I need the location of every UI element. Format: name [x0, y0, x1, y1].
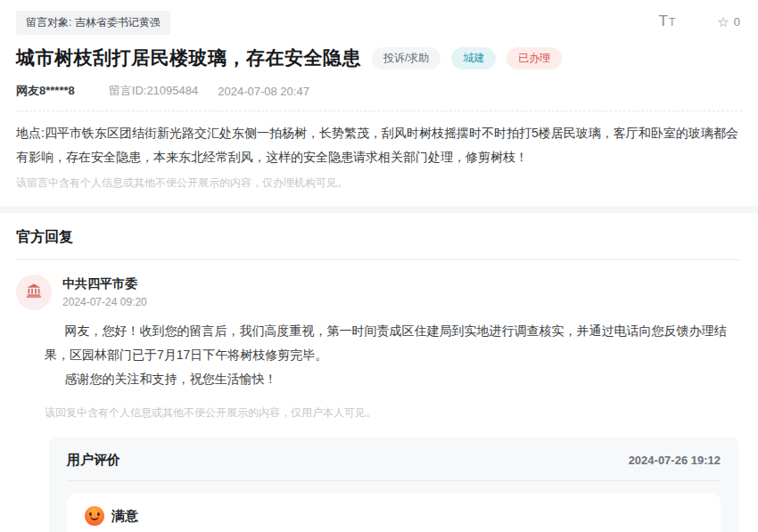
- message-privacy-note: 该留言中含有个人信息或其他不便公开展示的内容，仅办理机构可见。: [16, 176, 742, 191]
- overall-rating-label: 满意: [111, 508, 138, 525]
- message-id: 留言ID:21095484: [109, 83, 198, 99]
- government-building-icon: [25, 282, 43, 303]
- message-target-tag: 留言对象: 吉林省委书记黄强: [16, 11, 170, 35]
- reply-time: 2024-07-24 09:20: [62, 296, 147, 308]
- official-reply-section: 官方回复 中共四平市委 2024-07-24 09:20 网友，您好！收到您的留…: [0, 213, 758, 532]
- page-title: 城市树枝刮打居民楼玻璃，存在安全隐患: [16, 45, 361, 70]
- satisfied-smiley-icon: [85, 506, 104, 526]
- user-evaluation-card: 用户评价 2024-07-26 19:12 满意 解决力度： ★ ★ ★ ★: [49, 437, 738, 532]
- org-avatar: [16, 274, 52, 310]
- favorite-count: 0: [734, 15, 740, 29]
- message-meta: 网友8*****8 留言ID:21095484 2024-07-08 20:47: [16, 83, 742, 111]
- reply-privacy-note: 该回复中含有个人信息或其他不便公开展示的内容，仅用户本人可见。: [45, 405, 742, 421]
- star-outline-icon: ☆: [717, 15, 729, 29]
- top-controls: TT ☆ 0: [659, 12, 740, 30]
- message-body: 地点:四平市铁东区团结街新光路交汇处东侧一拍杨树，长势繁茂，刮风时树枝摇摆时不时…: [16, 121, 742, 169]
- font-size-toggle[interactable]: TT: [659, 12, 677, 30]
- evaluation-title: 用户评价: [67, 452, 120, 469]
- title-row: 城市树枝刮打居民楼玻璃，存在安全隐患 投诉/求助 城建 已办理: [16, 45, 742, 70]
- divider: [16, 259, 742, 260]
- tag-field[interactable]: 城建: [451, 47, 496, 70]
- evaluation-time: 2024-07-26 19:12: [629, 454, 721, 467]
- org-meta: 中共四平市委 2024-07-24 09:20: [62, 276, 147, 308]
- evaluation-header: 用户评价 2024-07-26 19:12: [67, 452, 721, 481]
- tag-category[interactable]: 投诉/求助: [372, 47, 441, 70]
- overall-rating-row: 满意: [85, 506, 703, 526]
- evaluation-body: 满意 解决力度： ★ ★ ★ ★ ★ 沟通态度： ★: [67, 493, 721, 532]
- org-name: 中共四平市委: [62, 276, 147, 292]
- message-section: 留言对象: 吉林省委书记黄强 TT ☆ 0 城市树枝刮打居民楼玻璃，存在安全隐患…: [0, 0, 758, 191]
- tag-status: 已办理: [507, 47, 562, 70]
- reply-paragraph: 网友，您好！收到您的留言后，我们高度重视，第一时间责成区住建局到实地进行调查核实…: [45, 319, 742, 367]
- favorite-button[interactable]: ☆ 0: [717, 15, 740, 29]
- reply-section-title: 官方回复: [16, 228, 742, 247]
- message-time: 2024-07-08 20:47: [218, 85, 309, 98]
- author-name: 网友8*****8: [16, 83, 75, 99]
- reply-paragraph: 感谢您的关注和支持，祝您生活愉快！: [45, 367, 742, 391]
- reply-header: 中共四平市委 2024-07-24 09:20: [16, 274, 742, 310]
- reply-body: 网友，您好！收到您的留言后，我们高度重视，第一时间责成区住建局到实地进行调查核实…: [45, 319, 742, 391]
- section-divider-band: [0, 206, 758, 213]
